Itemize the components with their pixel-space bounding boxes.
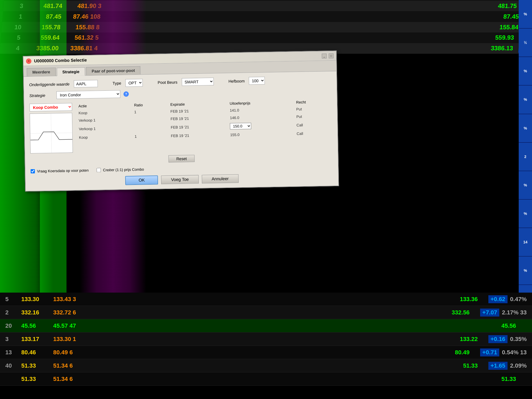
right-label-cell: % — [519, 200, 532, 228]
cell-expiratie: FEB 19 '21 — [167, 107, 227, 115]
cell-recht: Call — [293, 129, 332, 138]
cell-expiratie: FEB 19 '21 — [168, 131, 227, 140]
cell-recht: Put — [293, 112, 332, 120]
underlying-label: Onderliggende waarde — [29, 82, 69, 87]
bottom-row: 13 80.46 80.49 6 80.49 +0.71 0.54% 13 — [0, 346, 532, 359]
strategy-row: Strategie Iron Condor ? — [29, 86, 331, 99]
right-label-cell: % — [519, 85, 532, 114]
iron-condor-diagram — [30, 113, 73, 153]
maximize-icon[interactable]: □ — [329, 53, 334, 58]
exchange-label: Poot Beurs — [158, 80, 178, 85]
underlying-row: Onderliggende waarde Type OPT Poot Beurs… — [29, 76, 331, 89]
leverage-label: Hefboom — [228, 79, 245, 84]
cell-actie: Verkoop 1 — [76, 123, 131, 134]
koersdata-checkbox[interactable] — [31, 169, 35, 173]
right-label-cell: ½ — [519, 28, 532, 57]
cell-actie: Verkoop 1 — [76, 116, 131, 124]
cell-ratio: 1 — [131, 108, 167, 116]
price-dropdown[interactable]: 150.0 — [230, 123, 251, 129]
tab-strategie[interactable]: Strategie — [57, 67, 85, 76]
bg-row: 3 481.74 481.90 3 481.75 +11.75 2.50 — [3, 1, 532, 11]
col-header-recht: Recht — [293, 98, 332, 106]
exchange-select[interactable]: SMART — [182, 78, 214, 86]
ok-button[interactable]: OK — [125, 176, 158, 185]
bottom-trading-data: 5 133.30 133.43 3 133.36 +0.62 0.47% 2 3… — [0, 293, 532, 399]
right-label-cell: 14 — [519, 228, 532, 256]
tab-paar-poot[interactable]: Paar of poot-voor-poot — [86, 66, 140, 76]
prijs-combo-checkbox[interactable] — [97, 168, 101, 172]
underlying-input[interactable] — [74, 80, 98, 88]
right-label-cell: % — [519, 57, 532, 85]
bottom-row: 51.33 51.34 6 51.33 — [0, 372, 532, 386]
left-panel: Koop Combo — [30, 103, 73, 153]
bg-row: 1 87.45 87.46 108 87.45 -0.21 -0.24 — [2, 11, 532, 22]
window-controls: _ □ — [322, 53, 334, 58]
cell-recht: Put — [293, 105, 332, 113]
button-row: OK Voeg Toe Annuleer — [31, 172, 333, 187]
payoff-chart — [30, 113, 73, 153]
type-select[interactable]: OPT — [126, 79, 143, 87]
annuleer-button[interactable]: Annuleer — [202, 174, 239, 183]
voeg-toe-button[interactable]: Voeg Toe — [161, 175, 199, 184]
strategy-select[interactable]: Iron Condor — [56, 90, 120, 99]
cell-ratio — [131, 123, 168, 133]
combo-type-select[interactable]: Koop Combo — [30, 103, 72, 111]
bg-row: 10 155.78 155.88 8 155.84 +0.14 0.09 — [1, 22, 532, 32]
cell-actie: Koop — [75, 108, 131, 117]
right-label-cell: % — [519, 0, 532, 28]
bottom-row: 40 51.33 51.34 6 51.33 +1.65 2.09% — [0, 359, 532, 372]
right-label-cell: 2 — [519, 143, 532, 171]
dialog-body: Onderliggende waarde Type OPT Poot Beurs… — [24, 71, 338, 191]
cell-recht: Call — [293, 120, 332, 130]
koersdata-label: Vraag Koersdata op voor poten — [37, 168, 89, 173]
cell-actie: Koop — [76, 133, 132, 141]
cell-expiratie: FEB 19 '21 — [167, 114, 227, 123]
bottom-row: 5 133.30 133.43 3 133.36 +0.62 0.47% — [0, 293, 532, 306]
right-label-cell: % — [519, 114, 532, 143]
cell-prijs: 155.0 — [227, 130, 293, 139]
cell-expiratie: FEB 19 '21 — [168, 122, 227, 132]
checkbox-prijs-combo: Creëer (1:1) prijs Combo — [97, 167, 144, 172]
reset-row: Reset — [30, 152, 332, 165]
right-label-cell: % — [519, 256, 532, 285]
dialog-title: U0000000 Combo Selectie — [34, 58, 87, 63]
bottom-row: 3 133.17 133.30 1 133.22 +0.16 0.35% — [0, 332, 532, 346]
checkbox-koersdata: Vraag Koersdata op voor poten — [31, 168, 89, 173]
cell-prijs: 150.0 — [227, 120, 293, 131]
help-icon[interactable]: ? — [123, 91, 129, 97]
reset-button[interactable]: Reset — [169, 155, 195, 163]
tab-meerdere[interactable]: Meerdere — [27, 68, 56, 76]
cell-prijs: 141.0 — [227, 106, 293, 114]
strategy-label: Strategie — [29, 93, 53, 98]
right-label-cell: % — [519, 171, 532, 200]
prijs-combo-label: Creëer (1:1) prijs Combo — [103, 167, 144, 172]
bottom-row: 2 332.16 332.72 6 332.56 +7.07 2.17% 33 — [0, 306, 532, 319]
checkbox-row: Vraag Koersdata op voor poten Creëer (1:… — [31, 164, 333, 173]
cell-ratio: 1 — [131, 132, 168, 140]
type-label: Type — [113, 81, 121, 86]
bg-row: 5 559.64 561.32 5 559.93 +16.88 3.11 — [0, 32, 532, 43]
minimize-icon[interactable]: _ — [322, 53, 327, 58]
cell-prijs: 146.0 — [227, 113, 293, 122]
combo-selectie-dialog: ✕ U0000000 Combo Selectie _ □ Meerdere S… — [23, 51, 339, 192]
bottom-row: 20 45.56 45.57 47 45.56 — [0, 319, 532, 332]
cell-ratio — [131, 115, 168, 123]
close-button[interactable]: ✕ — [26, 58, 31, 64]
col-header-actie: Actie — [75, 102, 131, 109]
col-header-ratio: Ratio — [131, 101, 167, 108]
content-area: Koop Combo — [30, 98, 332, 153]
legs-table: Actie Ratio Expiratie Uitoefenprijs Rech… — [75, 98, 332, 153]
leverage-select[interactable]: 100 — [249, 77, 265, 85]
